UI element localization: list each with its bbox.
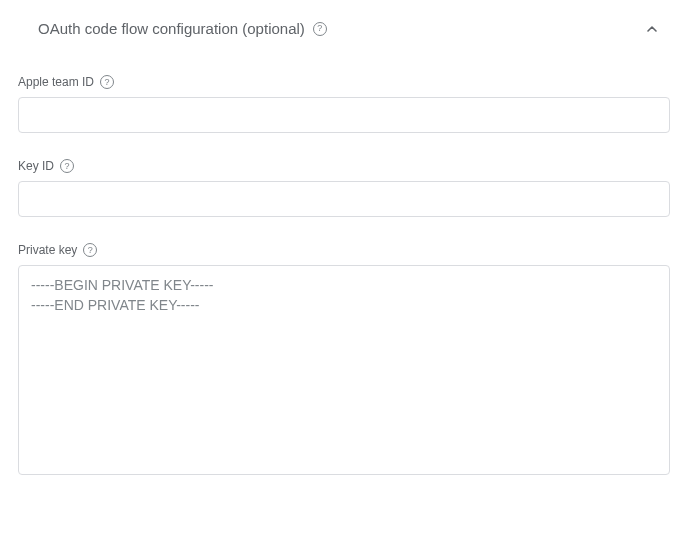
apple-team-id-label: Apple team ID (18, 75, 94, 89)
apple-team-id-input[interactable] (18, 97, 670, 133)
section-title: OAuth code flow configuration (optional) (38, 20, 305, 37)
key-id-input[interactable] (18, 181, 670, 217)
apple-team-id-field: Apple team ID ? (18, 75, 670, 133)
help-icon[interactable]: ? (83, 243, 97, 257)
help-icon[interactable]: ? (60, 159, 74, 173)
chevron-up-icon[interactable] (644, 21, 660, 37)
private-key-input[interactable] (18, 265, 670, 475)
private-key-label: Private key (18, 243, 77, 257)
oauth-section-header[interactable]: OAuth code flow configuration (optional)… (18, 0, 670, 49)
private-key-field: Private key ? (18, 243, 670, 478)
key-id-field: Key ID ? (18, 159, 670, 217)
help-icon[interactable]: ? (100, 75, 114, 89)
key-id-label: Key ID (18, 159, 54, 173)
help-icon[interactable]: ? (313, 22, 327, 36)
